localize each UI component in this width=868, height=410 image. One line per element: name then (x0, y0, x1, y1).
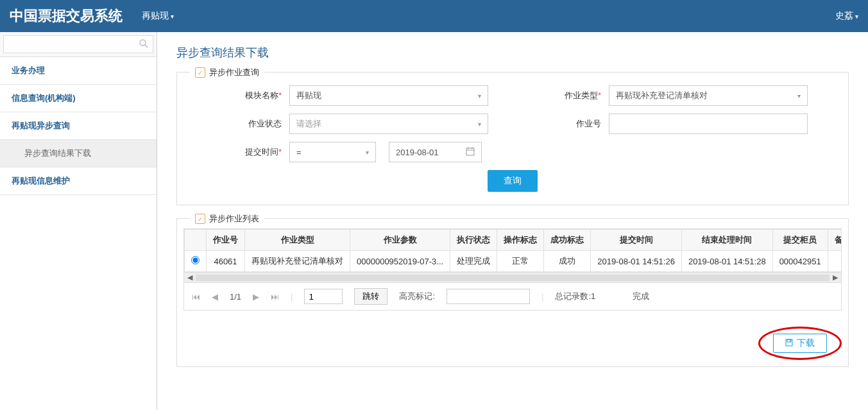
jobtype-label: 作业类型* (513, 90, 609, 101)
list-fieldset: ✓ 异步作业列表 作业号 作业类型 作业参数 执行状态 操作标志 成功标志 (176, 218, 849, 367)
pager-prev-icon[interactable]: ◀ (212, 292, 218, 302)
header-user-menu[interactable]: 史荔 (835, 10, 858, 22)
operator-select[interactable]: = ▾ (289, 142, 376, 162)
app-title: 中国票据交易系统 (10, 6, 123, 26)
th-jobtype: 作业类型 (245, 230, 350, 251)
chevron-down-icon: ▾ (797, 92, 801, 99)
th-params: 作业参数 (350, 230, 450, 251)
highlight-label: 高亮标记: (399, 291, 435, 302)
th-end: 结束处理时间 (681, 230, 772, 251)
svg-point-0 (140, 40, 146, 46)
pager-goto-button[interactable]: 跳转 (354, 288, 387, 305)
row-radio[interactable] (191, 256, 200, 264)
th-success: 成功标志 (544, 230, 591, 251)
header: 中国票据交易系统 再贴现 史荔 (0, 0, 868, 32)
module-select[interactable]: 再贴现 ▾ (289, 85, 488, 106)
table-row[interactable]: 46061 再贴现补充登记清单核对 0000000952019-07-3... … (185, 251, 842, 272)
jobno-input[interactable] (616, 114, 801, 133)
sidebar-item-business[interactable]: 业务办理 (0, 57, 157, 85)
total-records: 总记录数:1 (555, 291, 595, 302)
cell-params: 0000000952019-07-3... (350, 251, 450, 272)
chevron-down-icon: ▾ (366, 149, 369, 156)
list-legend: ✓ 异步作业列表 (190, 213, 264, 225)
sidebar-item-async-download[interactable]: 异步查询结果下载 (0, 140, 157, 167)
th-op: 操作标志 (497, 230, 544, 251)
query-legend-text: 异步作业查询 (209, 67, 259, 78)
sidebar-search (0, 32, 157, 57)
download-button[interactable]: 下载 (773, 334, 827, 353)
cell-jobtype: 再贴现补充登记清单核对 (245, 251, 350, 272)
pager-goto-input[interactable] (304, 289, 343, 304)
highlight-input[interactable] (447, 289, 530, 304)
cell-submit: 2019-08-01 14:51:26 (591, 251, 682, 272)
sidebar-item-async-query[interactable]: 再贴现异步查询 (0, 112, 157, 140)
submittime-label: 提交时间* (193, 146, 289, 158)
cell-jobno: 46061 (207, 251, 245, 272)
sidebar: 业务办理 信息查询(机构端) 再贴现异步查询 异步查询结果下载 再贴现信息维护 (0, 32, 157, 410)
query-legend: ✓ 异步作业查询 (190, 67, 264, 78)
svg-rect-7 (787, 339, 791, 342)
page-title: 异步查询结果下载 (176, 45, 849, 60)
pager-last-icon[interactable]: ⏭ (271, 292, 279, 302)
table-header-row: 作业号 作业类型 作业参数 执行状态 操作标志 成功标志 提交时间 结束处理时间… (185, 230, 842, 251)
sidebar-item-info-query[interactable]: 信息查询(机构端) (0, 85, 157, 112)
jobno-input-wrap (609, 114, 808, 134)
job-table: 作业号 作业类型 作业参数 执行状态 操作标志 成功标志 提交时间 结束处理时间… (184, 229, 842, 272)
cell-end: 2019-08-01 14:51:28 (681, 251, 772, 272)
collapse-icon[interactable]: ✓ (195, 214, 205, 224)
main-content: 异步查询结果下载 ✓ 异步作业查询 模块名称* 再贴现 ▾ 作业类型* 再贴现补 (157, 32, 868, 410)
th-submit: 提交时间 (591, 230, 682, 251)
date-input[interactable]: 2019-08-01 (389, 142, 482, 162)
download-label: 下载 (797, 337, 815, 349)
pager-first-icon[interactable]: ⏮ (192, 292, 200, 302)
th-exec: 执行状态 (450, 230, 497, 251)
status-select[interactable]: 请选择 ▾ (289, 114, 488, 134)
jobtype-select[interactable]: 再贴现补充登记清单核对 ▾ (609, 85, 808, 106)
horizontal-scrollbar[interactable]: ◀ ▶ (184, 272, 841, 282)
collapse-icon[interactable]: ✓ (195, 67, 205, 78)
scroll-left-icon[interactable]: ◀ (185, 273, 194, 282)
cell-teller: 000042951 (772, 251, 828, 272)
cell-exec: 处理完成 (450, 251, 497, 272)
th-jobno: 作业号 (207, 230, 245, 251)
cell-remark (828, 251, 842, 272)
table-container: 作业号 作业类型 作业参数 执行状态 操作标志 成功标志 提交时间 结束处理时间… (183, 228, 842, 283)
sidebar-item-info-maintain[interactable]: 再贴现信息维护 (0, 167, 157, 195)
pager-status: 完成 (633, 291, 649, 302)
status-label: 作业状态 (193, 118, 289, 130)
svg-rect-2 (466, 148, 474, 155)
pager: ⏮ ◀ 1/1 ▶ ⏭ | 跳转 高亮标记: | 总记录数:1 完成 (183, 283, 842, 311)
jobno-label: 作业号 (513, 118, 609, 130)
download-highlight-circle: 下载 (758, 327, 842, 360)
pager-next-icon[interactable]: ▶ (253, 292, 259, 302)
calendar-icon (466, 147, 475, 158)
cell-success: 成功 (544, 251, 591, 272)
scroll-right-icon[interactable]: ▶ (831, 273, 840, 282)
th-remark: 备注信息 (828, 230, 842, 251)
module-label: 模块名称* (193, 90, 289, 101)
svg-rect-8 (790, 340, 790, 341)
query-fieldset: ✓ 异步作业查询 模块名称* 再贴现 ▾ 作业类型* 再贴现补充登记清单核对 ▾ (176, 72, 849, 205)
header-menu-rediscount[interactable]: 再贴现 (142, 10, 174, 22)
query-button[interactable]: 查询 (488, 170, 538, 192)
save-icon (785, 339, 793, 348)
cell-op: 正常 (497, 251, 544, 272)
pager-page-text: 1/1 (230, 292, 241, 302)
search-icon[interactable] (139, 38, 149, 51)
svg-line-1 (145, 45, 148, 47)
list-legend-text: 异步作业列表 (209, 213, 259, 225)
chevron-down-icon: ▾ (478, 121, 481, 128)
th-teller: 提交柜员 (772, 230, 828, 251)
sidebar-search-input[interactable] (3, 35, 153, 53)
chevron-down-icon: ▾ (478, 92, 481, 99)
scroll-track[interactable] (196, 275, 830, 281)
